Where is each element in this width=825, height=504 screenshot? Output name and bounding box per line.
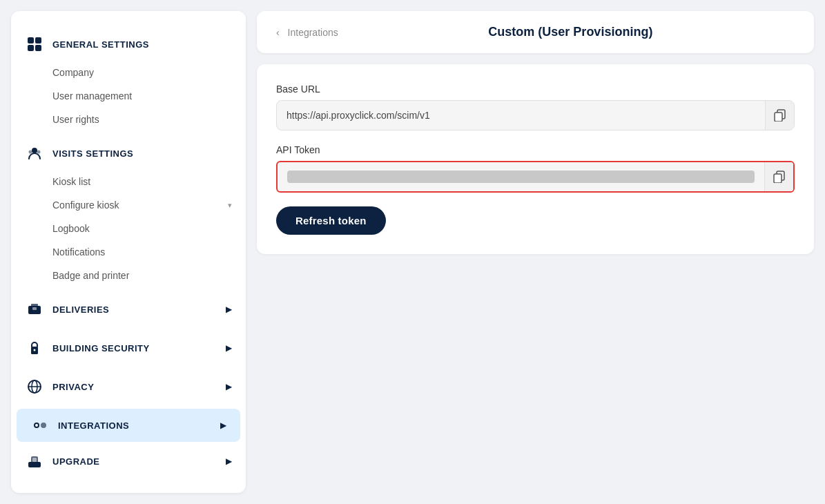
deliveries-chevron: ▶ xyxy=(226,304,232,314)
svg-point-4 xyxy=(32,148,37,153)
sidebar-item-badge-and-printer[interactable]: Badge and printer xyxy=(11,264,246,287)
sidebar: GENERAL SETTINGS Company User management… xyxy=(11,11,246,493)
api-token-field-row xyxy=(276,161,795,193)
svg-rect-0 xyxy=(28,37,34,43)
svg-rect-1 xyxy=(35,37,41,43)
privacy-icon xyxy=(25,377,44,396)
svg-rect-2 xyxy=(28,45,34,51)
sidebar-section-deliveries: DELIVERIES ▶ xyxy=(11,293,246,326)
base-url-input[interactable] xyxy=(277,101,765,129)
api-token-copy-button[interactable] xyxy=(764,162,793,191)
upgrade-icon xyxy=(25,452,44,471)
sidebar-section-header-upgrade[interactable]: UPGRADE ▶ xyxy=(11,445,246,478)
visits-settings-label: VISITS SETTINGS xyxy=(52,148,232,159)
page-title: Custom (User Provisioning) xyxy=(347,25,795,39)
configure-kiosk-chevron: ▾ xyxy=(228,201,232,210)
header-card: ‹ Integrations Custom (User Provisioning… xyxy=(257,11,814,53)
integrations-icon xyxy=(30,416,50,435)
svg-rect-20 xyxy=(32,458,37,462)
svg-point-16 xyxy=(41,423,46,428)
sidebar-section-upgrade: UPGRADE ▶ xyxy=(11,445,246,478)
sidebar-section-header-privacy[interactable]: PRIVACY ▶ xyxy=(11,370,246,403)
sidebar-item-user-management[interactable]: User management xyxy=(11,84,246,108)
breadcrumb-back[interactable]: ‹ Integrations xyxy=(276,27,338,38)
sidebar-section-general-settings: GENERAL SETTINGS Company User management… xyxy=(11,28,246,131)
building-security-label: BUILDING SECURITY xyxy=(52,343,217,353)
api-token-masked-value xyxy=(287,171,755,183)
sidebar-section-header-building-security[interactable]: BUILDING SECURITY ▶ xyxy=(11,331,246,365)
general-settings-icon xyxy=(25,35,44,54)
building-security-chevron: ▶ xyxy=(226,343,232,353)
sidebar-item-configure-kiosk[interactable]: Configure kiosk ▾ xyxy=(11,193,246,217)
refresh-token-button[interactable]: Refresh token xyxy=(276,206,386,235)
upgrade-label: UPGRADE xyxy=(52,456,217,467)
svg-rect-22 xyxy=(775,113,782,122)
sidebar-section-header-deliveries[interactable]: DELIVERIES ▶ xyxy=(11,293,246,326)
sidebar-section-integrations: INTEGRATIONS ▶ xyxy=(17,409,240,442)
sidebar-section-building-security: BUILDING SECURITY ▶ xyxy=(11,331,246,365)
svg-rect-9 xyxy=(32,307,37,310)
sidebar-section-header-integrations[interactable]: INTEGRATIONS ▶ xyxy=(17,409,240,442)
sidebar-item-user-rights[interactable]: User rights xyxy=(11,108,246,131)
back-arrow-icon: ‹ xyxy=(276,27,280,38)
sidebar-item-logbook[interactable]: Logbook xyxy=(11,217,246,240)
sidebar-item-company[interactable]: Company xyxy=(11,61,246,84)
svg-point-5 xyxy=(29,151,32,154)
svg-rect-8 xyxy=(31,304,38,307)
breadcrumb-label: Integrations xyxy=(288,27,338,38)
form-card: Base URL API Token Refresh token xyxy=(257,64,814,254)
svg-rect-24 xyxy=(774,174,782,183)
integrations-chevron: ▶ xyxy=(220,420,226,430)
sidebar-item-kiosk-list[interactable]: Kiosk list xyxy=(11,170,246,193)
svg-point-6 xyxy=(37,151,41,154)
upgrade-chevron: ▶ xyxy=(226,456,232,466)
deliveries-icon xyxy=(25,300,44,319)
svg-rect-3 xyxy=(35,45,41,51)
api-token-label: API Token xyxy=(276,144,795,155)
base-url-label: Base URL xyxy=(276,84,795,95)
deliveries-label: DELIVERIES xyxy=(52,304,217,315)
visits-settings-icon xyxy=(25,144,44,163)
sidebar-section-visits-settings: VISITS SETTINGS Kiosk list Configure kio… xyxy=(11,137,246,287)
sidebar-section-header-visits[interactable]: VISITS SETTINGS xyxy=(11,137,246,170)
svg-point-11 xyxy=(34,349,36,351)
building-security-icon xyxy=(25,338,44,358)
main-content: ‹ Integrations Custom (User Provisioning… xyxy=(246,0,825,504)
sidebar-item-notifications[interactable]: Notifications xyxy=(11,240,246,264)
integrations-label: INTEGRATIONS xyxy=(58,420,212,431)
sidebar-section-privacy: PRIVACY ▶ xyxy=(11,370,246,403)
privacy-label: PRIVACY xyxy=(52,382,217,392)
general-settings-label: GENERAL SETTINGS xyxy=(52,39,232,50)
sidebar-section-header-general[interactable]: GENERAL SETTINGS xyxy=(11,28,246,61)
svg-point-17 xyxy=(35,424,38,427)
base-url-copy-button[interactable] xyxy=(765,101,794,130)
base-url-field-row xyxy=(276,100,795,130)
privacy-chevron: ▶ xyxy=(226,382,232,391)
